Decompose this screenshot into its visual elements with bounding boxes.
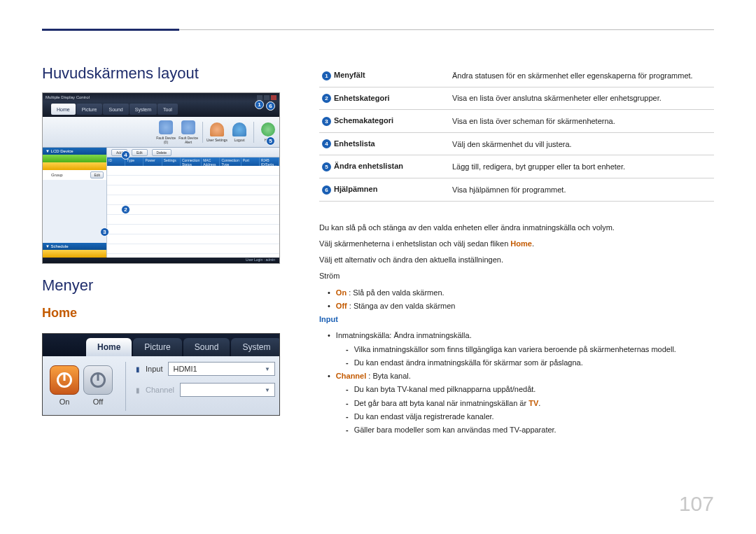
callout-bullet: 3 (322, 117, 331, 126)
chevron-down-icon: ▼ (265, 366, 270, 372)
side-edit-btn: Edit (90, 171, 104, 178)
side-lcd-head: ▼ LCD Device (43, 148, 106, 155)
callout-1: 1 (255, 100, 264, 109)
legend-row: 3SchemakategoriVisa en lista över schema… (319, 110, 714, 133)
section-title-menyer: Menyer (42, 276, 280, 295)
side-schedule-head: ▼ Schedule (43, 243, 106, 250)
page-number: 107 (679, 492, 714, 516)
side-all-connection (43, 155, 106, 162)
side-group-row: Group Edit (43, 170, 106, 180)
home-tab-system: System (231, 338, 280, 356)
legend-label: Menyfält (334, 71, 365, 79)
menu-tab-sound: Sound (103, 104, 128, 115)
legend-label: Enhetskategori (334, 94, 389, 102)
btn-edit: Edit (132, 149, 148, 156)
legend-row: 4EnhetslistaVälj den skärmenhet du vill … (319, 132, 714, 155)
window-title: Multiple Display Control (46, 95, 90, 99)
legend-desc: Ändra statusen för en skärmenhet eller e… (449, 64, 714, 87)
home-tab-picture: Picture (133, 338, 181, 356)
menu-tab-system: System (130, 104, 157, 115)
marker-icon: ▮ (136, 386, 140, 394)
legend-desc: Visa en lista över scheman för skärmenhe… (449, 110, 714, 133)
marker-icon: ▮ (136, 365, 140, 373)
home-heading: Home (42, 306, 280, 321)
window-controls (257, 95, 276, 100)
power-icon (90, 372, 106, 388)
callout-5: 5 (266, 136, 275, 146)
home-tab-home: Home (86, 338, 132, 356)
callout-bullet: 5 (322, 162, 331, 171)
legend-label: Hjälpämnen (334, 185, 377, 193)
input-label: Input (146, 365, 162, 373)
side-all-device-list (43, 162, 106, 170)
legend-desc: Visa hjälpämnen för programmet. (449, 178, 714, 201)
callout-bullet: 4 (322, 139, 331, 148)
channel-select: ▼ (180, 383, 275, 397)
legend-row: 5Ändra enhetslistanLägg till, redigera, … (319, 155, 714, 178)
power-off-button (83, 365, 113, 395)
tool-user-settings: User Settings (206, 138, 227, 142)
mdc-main-window-screenshot: Multiple Display Control Home Picture So… (42, 92, 280, 264)
callout-bullet: 6 (322, 185, 331, 195)
body-text: Du kan slå på och stänga av den valda en… (319, 221, 714, 437)
callout-bullet: 1 (322, 71, 331, 80)
legend-row: 2EnhetskategoriVisa en lista över anslut… (319, 87, 714, 110)
status-bar: User Login : admin (43, 258, 279, 263)
device-grid-header: IDTypePowerSettingsConnection StatusMAC … (107, 157, 279, 166)
menu-tab-home: Home (51, 104, 76, 115)
callout-3: 3 (100, 227, 109, 237)
channel-label: Channel (146, 386, 174, 394)
power-on-label: On (50, 398, 79, 406)
legend-row: 6HjälpämnenVisa hjälpämnen för programme… (319, 178, 714, 201)
callout-2: 2 (121, 205, 130, 214)
legend-desc: Välj den skärmenhet du vill justera. (449, 132, 714, 155)
callout-4: 4 (121, 150, 130, 160)
chevron-down-icon: ▼ (265, 387, 270, 393)
section-title-layout: Huvudskärmens layout (42, 64, 280, 83)
input-select: HDMI1▼ (168, 362, 275, 376)
menu-tab-picture: Picture (76, 104, 103, 115)
legend-desc: Lägg till, redigera, byt grupper eller t… (449, 155, 714, 178)
side-all-schedule (43, 250, 106, 258)
power-icon (57, 372, 72, 388)
tool-fault-device: Fault Device (0) (156, 136, 176, 144)
tool-fault-alert: Fault Device Alert (178, 136, 198, 144)
legend-row: 1MenyfältÄndra statusen för en skärmenhe… (319, 64, 714, 87)
header-rule (0, 0, 756, 31)
legend-label: Ändra enhetslistan (334, 162, 403, 170)
callout-bullet: 2 (322, 94, 331, 103)
power-on-button (50, 365, 79, 395)
legend-label: Enhetslista (334, 139, 375, 148)
legend-table: 1MenyfältÄndra statusen för en skärmenhe… (319, 64, 714, 202)
callout-6: 6 (266, 101, 275, 111)
legend-desc: Visa en lista över anslutna skärmenheter… (449, 87, 714, 110)
legend-label: Schemakategori (334, 116, 393, 125)
tool-logout: Logout (234, 138, 244, 142)
power-off-label: Off (83, 398, 113, 406)
device-grid-body (107, 166, 279, 258)
home-tab-sound: Sound (183, 338, 230, 356)
btn-delete: Delete (152, 149, 172, 156)
home-panel-screenshot: Home Picture Sound System On Off (42, 333, 280, 416)
menu-tab-tool: Tool (158, 104, 178, 115)
